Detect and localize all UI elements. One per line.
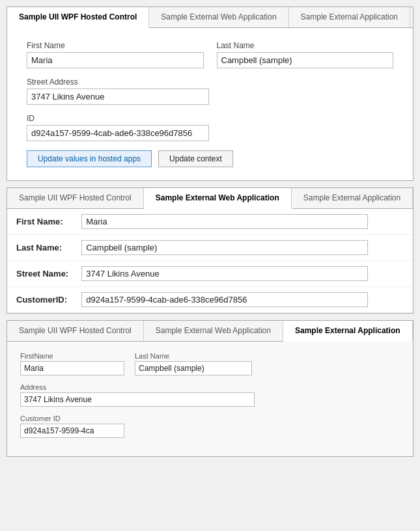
panel2-tab-bar: Sample UII WPF Hosted Control Sample Ext… <box>7 188 413 209</box>
panel1-tab-wpf[interactable]: Sample UII WPF Hosted Control <box>7 7 149 28</box>
panel3-customerid-row: Customer ID <box>20 415 400 438</box>
panel3-tab-external[interactable]: Sample External Application <box>283 321 413 342</box>
panel3-tab-wpf[interactable]: Sample UII WPF Hosted Control <box>7 321 144 341</box>
panel2-firstname-input[interactable] <box>81 214 368 229</box>
customerid-value-cell <box>75 287 413 313</box>
panel1-lastname-group: Last Name <box>217 41 394 68</box>
panel1-street-input[interactable] <box>27 88 209 105</box>
street-value-cell <box>75 261 413 287</box>
panel1-name-row: First Name Last Name <box>27 41 393 68</box>
panel3-firstname-group: FirstName <box>20 352 124 375</box>
panel3-customerid-group: Customer ID <box>20 415 124 438</box>
panel1-street-label: Street Address <box>27 77 393 87</box>
panel1-content: First Name Last Name Street Address ID U… <box>7 28 413 180</box>
panel3-lastname-input[interactable] <box>135 361 252 375</box>
panel1-firstname-group: First Name <box>27 41 204 68</box>
panel2-street-input[interactable] <box>81 266 368 281</box>
panel1-id-input[interactable] <box>27 125 209 141</box>
panel-3: Sample UII WPF Hosted Control Sample Ext… <box>7 320 413 457</box>
panel3-tab-web[interactable]: Sample External Web Application <box>144 321 283 341</box>
panel1-firstname-label: First Name <box>27 41 204 50</box>
update-hosted-button[interactable]: Update values in hosted apps <box>27 150 152 167</box>
table-row: CustomerID: <box>7 287 413 313</box>
panel2-tab-web[interactable]: Sample External Web Application <box>144 188 292 209</box>
panel3-address-group: Address <box>20 383 255 407</box>
table-row: Street Name: <box>7 261 413 287</box>
panel3-customerid-input[interactable] <box>20 424 124 438</box>
panel1-lastname-label: Last Name <box>217 41 394 50</box>
panel3-address-label: Address <box>20 383 255 391</box>
update-context-button[interactable]: Update context <box>158 150 233 167</box>
panel1-street-group: Street Address <box>27 77 393 105</box>
panel-2: Sample UII WPF Hosted Control Sample Ext… <box>7 187 413 314</box>
panel1-lastname-input[interactable] <box>217 52 394 68</box>
lastname-label-cell: Last Name: <box>7 235 75 261</box>
panel3-address-row: Address <box>20 383 400 407</box>
panel-1: Sample UII WPF Hosted Control Sample Ext… <box>7 7 413 181</box>
panel3-tab-bar: Sample UII WPF Hosted Control Sample Ext… <box>7 321 413 342</box>
customerid-label-cell: CustomerID: <box>7 287 75 313</box>
firstname-label-cell: First Name: <box>7 209 75 235</box>
panel2-lastname-input[interactable] <box>81 240 368 255</box>
street-label-cell: Street Name: <box>7 261 75 287</box>
panel1-tab-external[interactable]: Sample External Application <box>289 7 410 27</box>
panel3-firstname-input[interactable] <box>20 361 124 375</box>
lastname-value-cell <box>75 235 413 261</box>
table-row: First Name: <box>7 209 413 235</box>
panel1-id-row: ID <box>27 114 393 141</box>
table-row: Last Name: <box>7 235 413 261</box>
panel1-id-label: ID <box>27 114 393 123</box>
panel3-lastname-label: Last Name <box>135 352 252 360</box>
panel3-content: FirstName Last Name Address Customer ID <box>7 342 413 456</box>
panel3-address-input[interactable] <box>20 392 255 407</box>
panel1-tab-bar: Sample UII WPF Hosted Control Sample Ext… <box>7 7 413 28</box>
panel2-tab-external[interactable]: Sample External Application <box>292 188 413 208</box>
panel1-id-group: ID <box>27 114 393 141</box>
panel2-content: First Name: Last Name: Street Name: <box>7 209 413 313</box>
panel1-firstname-input[interactable] <box>27 52 204 68</box>
panel2-table: First Name: Last Name: Street Name: <box>7 209 413 313</box>
panel2-tab-wpf[interactable]: Sample UII WPF Hosted Control <box>7 188 144 208</box>
panel3-customerid-label: Customer ID <box>20 415 124 422</box>
firstname-value-cell <box>75 209 413 235</box>
panel3-lastname-group: Last Name <box>135 352 252 375</box>
panel1-tab-web[interactable]: Sample External Web Application <box>149 7 288 27</box>
panel3-name-row: FirstName Last Name <box>20 352 400 375</box>
panel1-button-row: Update values in hosted apps Update cont… <box>27 150 393 167</box>
panel2-customerid-input[interactable] <box>81 292 368 307</box>
panel3-firstname-label: FirstName <box>20 352 124 360</box>
panel1-street-row: Street Address <box>27 77 393 105</box>
